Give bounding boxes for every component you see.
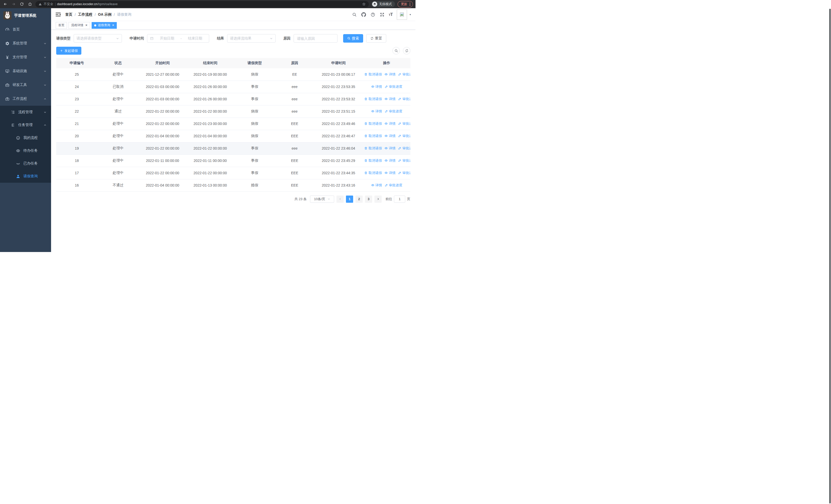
sidebar-item-task-management[interactable]: 任务管理 [0, 119, 51, 131]
detail-action-link[interactable]: 详情 [371, 84, 382, 89]
cell-reason: EEE [276, 167, 314, 179]
progress-action-link[interactable]: 审批进度 [398, 146, 410, 151]
cell-end-time: 2022-01-23 00:00:00 [186, 118, 234, 130]
breadcrumb: 首页/工作流程/OA 示例/请假查询 [65, 12, 132, 17]
detail-action-link[interactable]: 详情 [384, 121, 396, 126]
cell-id: 17 [56, 167, 97, 179]
browser-forward-icon[interactable] [11, 1, 17, 7]
progress-action-link[interactable]: 审批进度 [385, 109, 402, 114]
not-secure-warning-icon[interactable] [38, 3, 42, 6]
sidebar-item-process-management[interactable]: 流程管理 [0, 106, 51, 119]
progress-action-link[interactable]: 审批进度 [398, 97, 410, 101]
sidebar-collapse-icon[interactable] [56, 12, 61, 17]
sidebar-item-home[interactable]: 首页 [0, 23, 51, 36]
detail-action-link[interactable]: 详情 [384, 134, 396, 138]
sidebar-item-my-processes[interactable]: 我的流程 [0, 131, 51, 144]
sidebar-item-label: 请假查询 [23, 174, 38, 179]
sidebar-item-workflow[interactable]: 工作流程 [0, 92, 51, 106]
fullscreen-icon[interactable] [379, 12, 385, 17]
cancel-action-link[interactable]: 取消请假 [364, 171, 382, 175]
progress-icon [385, 183, 388, 187]
column-header: 状态 [97, 58, 139, 68]
breadcrumb-item[interactable]: 首页 [65, 12, 73, 17]
browser-home-icon[interactable] [27, 1, 33, 7]
chevron-down-icon [44, 111, 47, 114]
page-button-3[interactable]: 3 [365, 196, 372, 203]
detail-action-link[interactable]: 详情 [371, 183, 382, 187]
sidebar-item-system-management[interactable]: 系统管理 [0, 36, 51, 50]
tab-home[interactable]: 首页 [56, 22, 67, 29]
cancel-action-link[interactable]: 取消请假 [364, 134, 382, 138]
sidebar-logo[interactable]: 芋道管理系统 [0, 8, 51, 23]
bookmark-star-icon[interactable] [362, 2, 366, 6]
column-header: 开始时间 [139, 58, 186, 68]
progress-action-link[interactable]: 审批进度 [398, 72, 410, 77]
page-size-select[interactable]: 10条/页 [310, 196, 334, 203]
cancel-action-link[interactable]: 取消请假 [364, 97, 382, 101]
detail-action-link[interactable]: 详情 [384, 171, 396, 175]
font-size-icon[interactable]: TT [389, 12, 393, 17]
detail-action-link[interactable]: 详情 [384, 146, 396, 151]
page-button-2[interactable]: 2 [355, 196, 363, 203]
browser-menu-icon[interactable] [409, 3, 410, 6]
progress-icon [398, 97, 401, 100]
cell-status: 处理中 [97, 68, 139, 81]
goto-suffix: 页 [407, 197, 410, 202]
breadcrumb-item[interactable]: 工作流程 [78, 12, 92, 17]
browser-reload-icon[interactable] [19, 1, 25, 7]
browser-update-button[interactable]: 更新 [398, 1, 413, 7]
cell-status: 处理中 [97, 167, 139, 179]
cancel-action-link[interactable]: 取消请假 [364, 72, 382, 77]
breadcrumb-item[interactable]: OA 示例 [98, 12, 111, 17]
browser-back-icon[interactable] [3, 1, 8, 7]
sidebar-item-infrastructure[interactable]: 基础设施 [0, 64, 51, 78]
reset-button[interactable]: 重置 [366, 34, 386, 42]
detail-action-link[interactable]: 详情 [371, 109, 382, 114]
progress-icon [398, 134, 401, 138]
prev-page-button[interactable] [337, 196, 344, 203]
cell-status: 不通过 [97, 179, 139, 191]
cancel-icon [364, 122, 368, 125]
detail-action-link[interactable]: 详情 [384, 72, 396, 77]
sidebar-item-payment-management[interactable]: 支付管理 [0, 50, 51, 64]
github-icon[interactable] [361, 12, 366, 17]
detail-action-link[interactable]: 详情 [384, 158, 396, 163]
progress-action-link[interactable]: 审批进度 [398, 171, 410, 175]
progress-action-link[interactable]: 审批进度 [398, 134, 410, 138]
next-page-button[interactable] [374, 196, 382, 203]
tab-leave-query[interactable]: 请假查询✕ [92, 22, 117, 29]
close-icon[interactable]: ✕ [112, 24, 114, 27]
close-icon[interactable]: ✕ [85, 24, 87, 27]
create-leave-button[interactable]: 发起请假 [56, 47, 81, 55]
address-bar[interactable]: 不安全 dashboard.yudao.iocoder.cn/bpm/oa/le… [35, 1, 369, 7]
active-dot [94, 24, 96, 26]
result-select[interactable]: 请选择流结果 [227, 34, 276, 42]
refresh-table-button[interactable] [403, 47, 410, 54]
page-button-1[interactable]: 1 [346, 196, 353, 203]
tab-process-detail[interactable]: 流程详情✕ [68, 22, 90, 29]
search-button[interactable]: 搜索 [343, 34, 363, 42]
progress-action-link[interactable]: 审批进度 [385, 84, 402, 89]
progress-action-link[interactable]: 审批进度 [398, 121, 410, 126]
toggle-search-button[interactable] [393, 47, 400, 54]
goto-page-input[interactable] [394, 196, 405, 203]
apply-time-daterange[interactable]: 开始日期 - 结束日期 [147, 34, 209, 42]
cancel-action-link[interactable]: 取消请假 [364, 158, 382, 163]
avatar[interactable] [397, 9, 407, 20]
cell-end-time: 2022-01-26 00:00:00 [186, 81, 234, 93]
search-icon[interactable] [352, 12, 357, 17]
sidebar-item-dev-tools[interactable]: 研发工具 [0, 78, 51, 92]
sidebar-item-todo-tasks[interactable]: 待办任务 [0, 144, 51, 157]
progress-action-link[interactable]: 审批进度 [398, 158, 410, 163]
avatar-caret-icon[interactable]: ▾ [409, 13, 411, 16]
progress-action-link[interactable]: 审批进度 [385, 183, 402, 187]
leave-type-select[interactable]: 请选择请假类型 [74, 34, 122, 42]
reason-input[interactable] [294, 34, 338, 42]
cancel-action-link[interactable]: 取消请假 [364, 121, 382, 126]
help-icon[interactable] [370, 12, 375, 17]
detail-action-link[interactable]: 详情 [384, 97, 396, 101]
sidebar-item-done-tasks[interactable]: 已办任务 [0, 157, 51, 170]
sidebar-item-leave-query[interactable]: 请假查询 [0, 170, 51, 183]
cancel-action-link[interactable]: 取消请假 [364, 146, 382, 151]
cell-apply-time: 2022-01-22 23:49:46 [314, 118, 363, 130]
